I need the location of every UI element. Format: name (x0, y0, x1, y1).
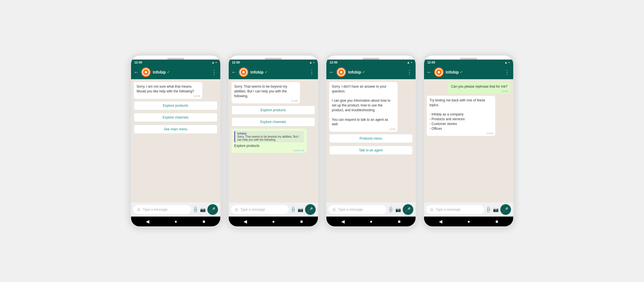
signal-icon-4: ▲ (505, 61, 508, 64)
verified-badge-4: ✔ (460, 70, 463, 74)
quick-reply-explore-channels-1[interactable]: Explore channels (134, 113, 217, 122)
verified-badge-1: ✔ (167, 70, 170, 74)
status-time-1: 12:00 (134, 61, 142, 64)
battery-icon-3: ▪ (411, 61, 412, 64)
nav-back-4[interactable]: ◀ (439, 219, 442, 224)
wa-list-message-2: Infobip Sorry. That seems to be beyond m… (232, 129, 307, 153)
input-field-1[interactable]: ☺ Type a message (133, 205, 191, 214)
chat-area-2: Sorry. That seems to be beyond my abilit… (229, 79, 318, 203)
phone-3: 12:00 ▲ ▪ ← Infobip ✔ ⋮ (325, 54, 417, 228)
back-button-4[interactable]: ← (427, 69, 432, 75)
avatar-3 (336, 67, 346, 77)
avatar-4 (434, 67, 444, 77)
back-button-1[interactable]: ← (134, 69, 139, 75)
nav-home-4[interactable]: ● (467, 219, 470, 224)
header-menu-4[interactable]: ⋮ (504, 69, 510, 76)
nav-recent-4[interactable]: ■ (496, 219, 498, 224)
camera-icon-1[interactable]: 📷 (200, 207, 206, 212)
msg-time-sent-4: 12:00 (502, 90, 508, 93)
quick-reply-explore-products-1[interactable]: Explore products (134, 101, 217, 110)
back-button-2[interactable]: ← (232, 69, 237, 75)
nav-back-1[interactable]: ◀ (146, 219, 149, 224)
nav-bar-4: ◀ ● ■ (424, 217, 513, 226)
nav-recent-2[interactable]: ■ (300, 219, 303, 224)
chat-area-4: Can you please rephrase that for me? 12:… (424, 79, 513, 203)
camera-icon-2[interactable]: 📷 (298, 207, 303, 212)
nav-home-3[interactable]: ● (370, 219, 373, 224)
quick-reply-explore-channels-2[interactable]: Explore channels (232, 117, 315, 126)
header-menu-3[interactable]: ⋮ (407, 69, 413, 76)
svg-point-5 (242, 71, 245, 73)
chat-area-1: Sorry. I am not sure what that means. Wo… (131, 79, 220, 203)
battery-icon-4: ▪ (509, 61, 510, 64)
header-name-1: Infobip ✔ (153, 70, 209, 74)
wa-quoted-author-2: Infobip (237, 132, 302, 135)
header-menu-2[interactable]: ⋮ (309, 69, 315, 76)
attach-icon-3[interactable]: 📎 (387, 206, 395, 213)
verified-badge-2: ✔ (265, 70, 267, 74)
checkmark-2: ✔✔ (300, 149, 304, 152)
phone-1: 12:00 ▲ ▪ ← Infobip ✔ ⋮ (129, 54, 222, 228)
status-icons-3: ▲ ▪ (407, 61, 412, 64)
nav-home-1[interactable]: ● (175, 219, 177, 224)
input-field-3[interactable]: ☺ Type a message (329, 205, 386, 214)
nav-recent-3[interactable]: ■ (398, 219, 401, 224)
header-info-3: Infobip ✔ (348, 70, 404, 74)
mic-button-3[interactable]: 🎤 (403, 204, 413, 215)
camera-icon-4[interactable]: 📷 (493, 207, 499, 212)
status-bar-3: 12:00 ▲ ▪ (326, 60, 416, 65)
status-icons-1: ▲ ▪ (212, 61, 217, 64)
input-placeholder-4: Type a message (436, 208, 481, 211)
status-icons-2: ▲ ▪ (309, 61, 315, 64)
quick-reply-explore-products-2[interactable]: Explore products (232, 106, 315, 115)
chat-header-4: ← Infobip ✔ ⋮ (424, 65, 513, 79)
header-info-1: Infobip ✔ (153, 70, 209, 74)
nav-back-2[interactable]: ◀ (244, 219, 247, 224)
signal-icon-2: ▲ (309, 61, 312, 64)
mic-button-1[interactable]: 🎤 (207, 204, 218, 215)
emoji-icon-1[interactable]: ☺ (137, 207, 141, 212)
message-received-1: Sorry. I am not sure what that means. Wo… (134, 82, 202, 99)
emoji-icon-2[interactable]: ☺ (234, 207, 239, 212)
status-time-4: 12:00 (427, 61, 435, 64)
wa-msg-time-2: 12:00 ✔✔ (293, 149, 304, 152)
wa-quoted-2: Infobip Sorry. That seems to be beyond m… (234, 131, 304, 142)
nav-recent-1[interactable]: ■ (203, 219, 205, 224)
message-sent-4: Can you please rephrase that for me? 12:… (448, 82, 510, 94)
nav-back-3[interactable]: ◀ (341, 219, 345, 224)
battery-icon-1: ▪ (216, 61, 217, 64)
input-field-2[interactable]: ☺ Type a message (231, 205, 289, 214)
camera-icon-3[interactable]: 📷 (395, 207, 401, 212)
back-button-3[interactable]: ← (329, 69, 334, 75)
attach-icon-2[interactable]: 📎 (289, 206, 297, 213)
quick-reply-main-menu-1[interactable]: See main menu (134, 125, 217, 134)
quick-reply-products-menu-3[interactable]: Products menu (329, 134, 413, 143)
input-field-4[interactable]: ☺ Type a message (426, 205, 484, 214)
attach-icon-1[interactable]: 📎 (192, 206, 200, 213)
header-info-4: Infobip ✔ (446, 70, 502, 74)
svg-point-2 (145, 71, 147, 73)
nav-home-2[interactable]: ● (272, 219, 275, 224)
header-menu-1[interactable]: ⋮ (211, 69, 217, 76)
battery-icon-2: ▪ (313, 61, 315, 64)
emoji-icon-4[interactable]: ☺ (430, 207, 434, 212)
input-bar-1: ☺ Type a message 📎 📷 🎤 (131, 203, 220, 217)
header-name-2: Infobip ✔ (251, 70, 307, 74)
input-placeholder-3: Type a message (338, 208, 383, 211)
input-bar-3: ☺ Type a message 📎 📷 🎤 (326, 203, 416, 217)
quick-reply-talk-agent-3[interactable]: Talk to an agent (329, 146, 413, 155)
message-received-2: Sorry. That seems to be beyond my abilit… (232, 82, 300, 103)
attach-icon-4[interactable]: 📎 (485, 206, 492, 213)
msg-time-4: 12:00 (487, 132, 493, 135)
wa-msg-text-2: Explore products (234, 144, 260, 148)
signal-icon-1: ▲ (212, 61, 215, 64)
input-bar-2: ☺ Type a message 📎 📷 🎤 (229, 203, 318, 217)
msg-time-2: 12:00 (291, 99, 298, 103)
chat-area-3: Sorry. I don't have an answer to your qu… (326, 79, 416, 203)
message-received-3: Sorry. I don't have an answer to your qu… (329, 82, 398, 132)
avatar-1 (141, 67, 151, 77)
emoji-icon-3[interactable]: ☺ (332, 207, 336, 212)
mic-button-4[interactable]: 🎤 (500, 204, 511, 215)
mic-button-2[interactable]: 🎤 (305, 204, 316, 215)
message-received-4: Try texting me back with one of these to… (427, 96, 495, 136)
